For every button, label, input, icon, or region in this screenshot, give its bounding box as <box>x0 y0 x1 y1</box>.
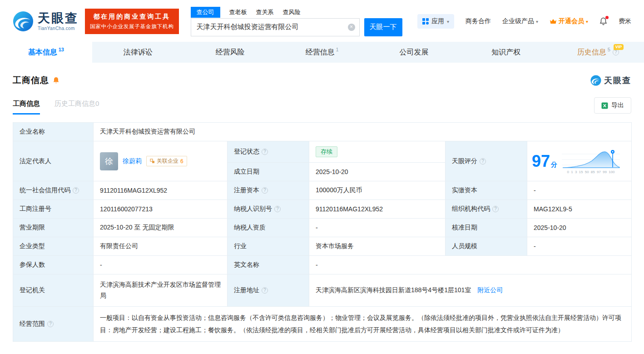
row-business-term: 营业期限 2025-10-20 至 无固定期限 纳税人资质 - 核准日期 202… <box>13 219 632 237</box>
tab-label: 公司发展 <box>400 48 429 57</box>
company-name-value: 天津天开科创城投资运营有限公司 <box>94 123 632 141</box>
tab-basic-info[interactable]: 基本信息 13 <box>0 42 92 63</box>
company-type-value: 有限责任公司 <box>94 237 228 256</box>
legal-rep-label: 法定代表人 <box>13 141 94 181</box>
promo-banner-line1: 都在用的商业查询工具 <box>90 13 174 21</box>
reg-status-label: 登记状态? <box>228 141 309 163</box>
paid-capital-value: - <box>527 181 632 200</box>
tab-label: 经营信息 <box>305 48 334 57</box>
approval-date-label: 核准日期 <box>446 219 527 237</box>
tianyancha-watermark: 天眼查 <box>590 75 631 86</box>
menu-item-cooperation[interactable]: 商务合作 <box>466 17 491 25</box>
help-icon[interactable]: ? <box>262 187 268 194</box>
help-icon[interactable]: ? <box>613 49 619 55</box>
menu-item-open-vip[interactable]: 开通会员 ▾ <box>550 17 588 25</box>
credit-code-value: 91120116MAG12XL952 <box>94 181 228 200</box>
business-scope-value: 一般项目：以自有资金从事投资活动；信息咨询服务（不含许可类信息咨询服务）；物业管… <box>94 306 632 342</box>
search-input[interactable] <box>191 18 360 36</box>
score-unit: 分 <box>551 161 557 169</box>
chevron-down-icon: ▾ <box>536 19 538 24</box>
tab-company-development[interactable]: 公司发展 <box>368 42 460 63</box>
logo-domain-text: TianYanCha.com <box>38 26 79 31</box>
subtab-history-business-info[interactable]: 历史工商信息0 <box>54 100 99 115</box>
apps-grid-icon <box>422 18 429 25</box>
search-tab-company[interactable]: 查公司 <box>191 7 220 18</box>
help-icon[interactable]: ? <box>262 287 268 294</box>
reg-capital-value: 100000万人民币 <box>309 181 446 200</box>
section-header: 工商信息 天眼查 <box>13 75 631 86</box>
notification-bell-button[interactable] <box>599 17 607 25</box>
search-area: 查公司 查老板 查关系 查风险 × 天眼一下 <box>191 7 402 36</box>
vip-badge: VIP <box>614 44 624 50</box>
menu-item-enterprise-products[interactable]: 企业级产品 ▾ <box>502 17 538 25</box>
export-label: 导出 <box>611 101 624 110</box>
taxpayer-id-label: 纳税人识别号? <box>228 200 309 219</box>
org-code-value: MAG12XL9-5 <box>527 200 632 219</box>
help-icon[interactable]: ? <box>262 149 268 155</box>
related-companies-badge[interactable]: 关联企业 6 <box>146 156 187 166</box>
watermark-text: 天眼查 <box>604 75 631 86</box>
tab-label: 基本信息 <box>28 48 57 57</box>
tianyancha-logo[interactable]: 天眼查 TianYanCha.com <box>13 11 79 32</box>
help-icon[interactable]: ? <box>47 321 54 327</box>
search-type-tabs: 查公司 查老板 查关系 查风险 <box>191 7 402 18</box>
open-vip-label: 开通会员 <box>559 17 584 25</box>
tab-legal-litigation[interactable]: 法律诉讼 <box>92 42 184 63</box>
company-type-label: 企业类型 <box>13 237 94 256</box>
username-label: 费米 <box>619 17 631 25</box>
search-tab-risk[interactable]: 查风险 <box>283 7 301 18</box>
help-icon[interactable]: ? <box>492 206 499 212</box>
related-label: 关联企业 <box>157 157 178 165</box>
legal-rep-avatar[interactable]: 徐 <box>100 152 118 170</box>
establish-date-label: 成立日期 <box>228 163 309 181</box>
apps-menu-label: 应用 <box>431 17 444 25</box>
notification-dot <box>605 16 609 19</box>
tab-label: 历史信息 <box>577 48 606 57</box>
business-info-table: 企业名称 天津天开科创城投资运营有限公司 法定代表人 徐 徐蔚莉 <box>13 122 632 342</box>
subtab-row: 工商信息 历史工商信息0 导出 <box>13 97 631 116</box>
legal-rep-name-link[interactable]: 徐蔚莉 <box>123 157 142 165</box>
promo-banner: 都在用的商业查询工具 国家中小企业发展子基金旗下机构 <box>85 9 179 34</box>
subtab-business-info[interactable]: 工商信息 <box>13 100 40 115</box>
row-company-name: 企业名称 天津天开科创城投资运营有限公司 <box>13 123 632 141</box>
row-reg-number: 工商注册号 120116002077213 纳税人识别号? 91120116MA… <box>13 200 632 219</box>
tab-operating-risk[interactable]: 经营风险 <box>184 42 276 63</box>
nearby-companies-link[interactable]: 附近公司 <box>477 286 503 294</box>
tab-history-info[interactable]: 历史信息 5 ? VIP <box>552 42 644 63</box>
help-icon[interactable]: ? <box>480 158 486 165</box>
reg-authority-label: 登记机关 <box>13 274 94 307</box>
menu-item-user[interactable]: 费米 <box>619 17 631 25</box>
status-badge: 存续 <box>316 146 337 157</box>
search-tab-relation[interactable]: 查关系 <box>256 7 274 18</box>
row-credit-code: 统一社会信用代码? 91120116MAG12XL952 注册资本? 10000… <box>13 181 632 200</box>
business-term-value: 2025-10-20 至 无固定期限 <box>94 219 228 237</box>
tab-intellectual-property[interactable]: 知识产权 <box>460 42 552 63</box>
row-business-scope: 经营范围? 一般项目：以自有资金从事投资活动；信息咨询服务（不含许可类信息咨询服… <box>13 306 632 342</box>
reg-authority-value: 天津滨海高新技术产业开发区市场监督管理局 <box>94 274 228 307</box>
industry-label: 行业 <box>228 237 309 256</box>
logo-brand-text: 天眼查 <box>38 12 79 25</box>
english-name-value: - <box>309 256 632 274</box>
main-nav-tabs: 基本信息 13 法律诉讼 经营风险 经营信息 1 公司发展 知识产权 历史信息 … <box>0 42 644 63</box>
score-axis-labels: 0 1 3 15 50 85 97 99 100 <box>562 170 620 174</box>
help-icon[interactable]: ? <box>73 187 79 194</box>
tianyan-score-label: 天眼评分? <box>446 141 527 181</box>
search-button[interactable]: 天眼一下 <box>364 18 402 36</box>
help-icon[interactable]: ? <box>274 206 281 212</box>
apps-menu-button[interactable]: 应用 ▾ <box>417 14 454 29</box>
credit-code-label: 统一社会信用代码? <box>13 181 94 200</box>
tab-operating-info[interactable]: 经营信息 1 <box>276 42 368 63</box>
top-menu: 应用 ▾ 商务合作 企业级产品 ▾ 开通会员 ▾ <box>417 14 631 29</box>
promo-banner-line2: 国家中小企业发展子基金旗下机构 <box>90 23 174 30</box>
clear-input-icon[interactable]: × <box>348 24 355 31</box>
tab-count: 1 <box>336 47 338 52</box>
top-header: 天眼查 TianYanCha.com 都在用的商业查询工具 国家中小企业发展子基… <box>0 0 644 42</box>
industry-value: 资本市场服务 <box>309 237 446 256</box>
export-button[interactable]: 导出 <box>594 97 631 114</box>
watermark-logo-icon <box>590 75 601 86</box>
row-reg-authority: 登记机关 天津滨海高新技术产业开发区市场监督管理局 注册地址? 天津滨海高新区滨… <box>13 274 632 307</box>
business-term-label: 营业期限 <box>13 219 94 237</box>
monitor-bell-icon[interactable] <box>53 77 59 84</box>
search-tab-boss[interactable]: 查老板 <box>229 7 247 18</box>
tianyancha-logo-icon <box>13 11 34 32</box>
